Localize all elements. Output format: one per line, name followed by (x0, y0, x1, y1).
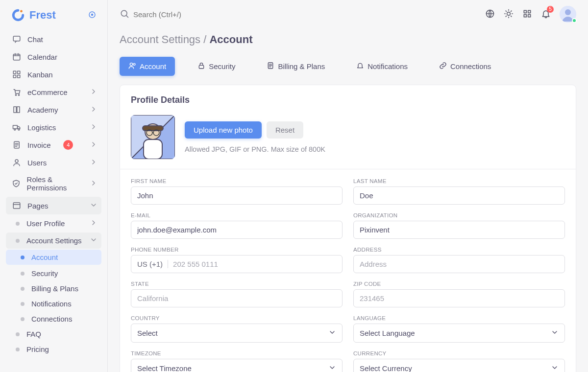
radio-marked-icon[interactable] (88, 10, 97, 21)
sidebar-sub2-connections[interactable]: Connections (0, 311, 107, 326)
sidebar-item-kanban[interactable]: Kanban (0, 66, 107, 83)
svg-point-15 (15, 160, 18, 163)
tab-connections[interactable]: Connections (430, 57, 500, 76)
timezone-select[interactable]: Select Timezone (131, 359, 343, 372)
theme-toggle-icon[interactable] (504, 9, 514, 20)
chevron-right-icon (90, 158, 98, 167)
content: Account Settings / Account Account Secur… (108, 28, 588, 372)
sidebar-item-calendar[interactable]: Calendar (0, 48, 107, 66)
sidebar-sub-account-settings[interactable]: Account Settings (6, 232, 101, 249)
layout-icon (12, 201, 22, 210)
currency-select[interactable]: Select Currency (353, 359, 565, 372)
bullet-icon (21, 317, 24, 321)
chevron-down-icon (551, 328, 559, 338)
last-name-input[interactable] (360, 191, 559, 200)
svg-point-12 (14, 129, 16, 130)
brand-name: Frest (29, 9, 56, 22)
sidebar-sub-faq[interactable]: FAQ (0, 326, 107, 342)
email-input[interactable] (137, 226, 336, 234)
sidebar-item-chat[interactable]: Chat (0, 30, 107, 48)
apps-grid-icon[interactable] (522, 9, 532, 20)
sidebar-sub-pricing[interactable]: Pricing (0, 342, 107, 357)
svg-point-0 (20, 10, 23, 12)
label: Pricing (26, 345, 49, 353)
tab-notifications[interactable]: Notifications (347, 57, 416, 76)
field-timezone: Timezone Select Timezone (131, 350, 343, 372)
label: First Name (131, 178, 343, 184)
sidebar-item-users[interactable]: Users (0, 154, 107, 171)
field-last-name: Last Name (353, 178, 565, 205)
photo-controls: Upload new photo Reset Allowed JPG, GIF … (185, 121, 325, 153)
bullet-icon (21, 272, 24, 276)
svg-rect-23 (528, 14, 531, 17)
svg-rect-28 (199, 65, 204, 69)
field-country: Country Select (131, 315, 343, 343)
state-input[interactable] (137, 294, 336, 302)
sidebar-nav: Chat Calendar Kanban eCommerce Academy L… (0, 30, 107, 372)
field-language: Language Select Language (353, 315, 565, 343)
first-name-input[interactable] (137, 191, 336, 200)
zip-input[interactable] (360, 294, 559, 302)
country-select[interactable]: Select (131, 324, 343, 343)
sidebar-sub2-billing[interactable]: Billing & Plans (0, 281, 107, 296)
globe-icon[interactable] (485, 9, 495, 20)
select-value: Select Currency (360, 364, 412, 372)
sidebar-item-roles[interactable]: Roles & Permissions (0, 171, 107, 196)
sidebar: Frest Chat Calendar Kanban eCommerce Aca… (0, 0, 108, 372)
field-address: Address (353, 247, 565, 273)
chat-icon (12, 34, 22, 44)
svg-point-10 (18, 94, 19, 95)
sidebar-sub2-notifications[interactable]: Notifications (0, 296, 107, 311)
brand[interactable]: Frest (0, 0, 107, 30)
notifications-icon[interactable]: 5 (541, 9, 551, 20)
upload-photo-button[interactable]: Upload new photo (185, 121, 262, 139)
sidebar-item-academy[interactable]: Academy (0, 101, 107, 118)
user-avatar[interactable] (560, 6, 576, 23)
language-select[interactable]: Select Language (353, 324, 565, 343)
sidebar-item-logistics[interactable]: Logistics (0, 118, 107, 136)
sidebar-item-ecommerce[interactable]: eCommerce (0, 83, 107, 101)
search[interactable] (120, 9, 478, 20)
search-input[interactable] (133, 10, 231, 19)
file-icon (12, 140, 22, 150)
label: Academy (27, 106, 58, 114)
tab-label: Connections (450, 62, 491, 70)
book-icon (12, 105, 22, 115)
label: Timezone (131, 350, 343, 356)
bullet-icon (16, 332, 20, 336)
badge: 4 (63, 140, 73, 150)
upload-hint: Allowed JPG, GIF or PNG. Max size of 800… (185, 145, 325, 153)
svg-rect-5 (13, 71, 16, 73)
label: Connections (31, 315, 72, 323)
tabs: Account Security Billing & Plans Notific… (120, 57, 576, 76)
tab-billing[interactable]: Billing & Plans (258, 57, 334, 76)
reset-photo-button[interactable]: Reset (267, 121, 303, 139)
organization-input[interactable] (360, 226, 559, 234)
sidebar-sub-user-profile[interactable]: User Profile (0, 215, 107, 232)
tab-account[interactable]: Account (120, 57, 175, 76)
address-input[interactable] (360, 260, 559, 268)
bell-icon (356, 62, 364, 71)
sidebar-item-pages[interactable]: Pages (6, 197, 101, 214)
tab-security[interactable]: Security (189, 57, 244, 76)
label: Calendar (27, 53, 57, 61)
label: Roles & Permissions (27, 175, 90, 192)
field-zip: Zip Code (353, 281, 565, 307)
breadcrumb: Account Settings / Account (120, 33, 576, 46)
sidebar-sub2-security[interactable]: Security (0, 266, 107, 281)
phone-input[interactable] (173, 260, 336, 268)
sidebar-sub2-account[interactable]: Account (6, 250, 101, 265)
label: User Profile (26, 219, 65, 228)
svg-rect-7 (13, 75, 16, 78)
label: Invoice (27, 141, 51, 149)
calendar-icon (12, 52, 22, 62)
user-icon (12, 158, 22, 167)
sidebar-item-invoice[interactable]: Invoice 4 (0, 136, 107, 154)
chevron-right-icon (90, 105, 98, 115)
svg-point-9 (15, 94, 16, 95)
field-email: E-mail (131, 212, 343, 239)
label: eCommerce (27, 88, 68, 96)
cart-icon (12, 87, 22, 97)
bullet-icon (16, 239, 20, 243)
label: Chat (27, 35, 43, 44)
